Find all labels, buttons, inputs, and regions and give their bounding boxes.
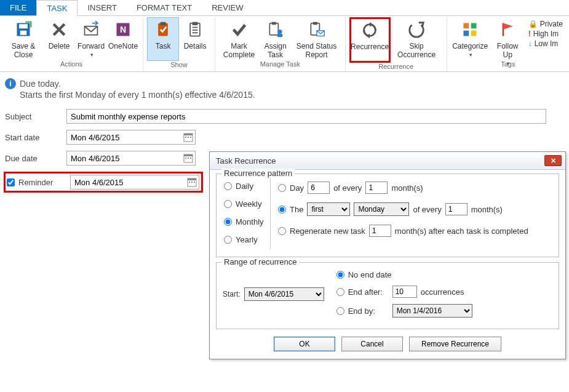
svg-rect-32 bbox=[188, 158, 189, 159]
forward-icon bbox=[80, 18, 102, 41]
ordinal-select[interactable]: first bbox=[307, 202, 350, 204]
tab-task[interactable]: TASK bbox=[36, 0, 78, 16]
check-icon bbox=[228, 18, 250, 41]
skip-label: Skip Occurrence bbox=[394, 42, 439, 59]
private-label: Private bbox=[540, 20, 563, 28]
lock-icon: 🔒 bbox=[528, 20, 538, 28]
save-close-label: Save & Close bbox=[7, 42, 39, 59]
send-status-button[interactable]: Send Status Report bbox=[292, 17, 341, 60]
svg-rect-38 bbox=[194, 182, 195, 183]
flag-icon bbox=[496, 18, 519, 41]
clipboard-check-icon bbox=[152, 18, 174, 41]
start-date-input[interactable] bbox=[66, 130, 196, 145]
start-date-label: Start date bbox=[5, 133, 66, 142]
svg-rect-35 bbox=[188, 178, 196, 180]
group-label-show: Show bbox=[147, 61, 211, 70]
info-icon: i bbox=[5, 78, 16, 89]
high-im-label: High Im bbox=[533, 30, 559, 38]
svg-rect-14 bbox=[272, 22, 276, 25]
save-close-button[interactable]: Save & Close bbox=[4, 17, 43, 60]
svg-text:N: N bbox=[120, 25, 126, 34]
dialog-title: Task Recurrence bbox=[216, 156, 276, 166]
tab-insert[interactable]: INSERT bbox=[78, 0, 126, 15]
dropdown-icon: ▾ bbox=[453, 50, 488, 59]
follow-up-label: Follow Up bbox=[493, 42, 522, 59]
svg-rect-37 bbox=[191, 182, 193, 183]
details-button[interactable]: Details bbox=[179, 17, 211, 60]
categorize-button[interactable]: Categorize▾ bbox=[451, 17, 490, 60]
dialog-close-button[interactable]: ✕ bbox=[544, 155, 562, 166]
high-importance-toggle[interactable]: !High Im bbox=[528, 30, 563, 38]
calendar-icon[interactable] bbox=[183, 132, 193, 142]
recurrence-icon bbox=[359, 19, 381, 41]
group-label-tags: Tags bbox=[451, 60, 565, 69]
day-label: Day bbox=[290, 183, 304, 193]
ribbon-group-actions: Save & Close Delete Forward▾ N OneNote A… bbox=[0, 17, 143, 71]
info-bar: i Due today. Starts the first Monday of … bbox=[0, 72, 569, 104]
skip-icon bbox=[405, 18, 428, 41]
svg-rect-2 bbox=[20, 31, 27, 35]
group-label-recurrence: Recurrence bbox=[349, 63, 443, 71]
mark-complete-button[interactable]: Mark Complete bbox=[219, 17, 259, 60]
svg-rect-9 bbox=[193, 22, 198, 25]
follow-up-button[interactable]: Follow Up▾ bbox=[490, 17, 526, 60]
forward-label: Forward bbox=[78, 42, 105, 50]
dropdown-icon: ▾ bbox=[79, 50, 105, 59]
assign-task-label: Assign Task bbox=[263, 42, 288, 59]
the-month-input[interactable] bbox=[445, 203, 468, 204]
tab-bar: FILE TASK INSERT FORMAT TEXT REVIEW bbox=[0, 0, 569, 16]
onenote-label: OneNote bbox=[108, 42, 138, 50]
task-view-label: Task bbox=[156, 42, 171, 50]
radio-daily[interactable] bbox=[224, 182, 232, 190]
delete-button[interactable]: Delete bbox=[43, 17, 75, 60]
recurrence-button[interactable]: Recurrence bbox=[349, 17, 391, 63]
months-label: month(s) bbox=[391, 183, 423, 193]
due-date-label: Due date bbox=[5, 154, 66, 163]
svg-rect-23 bbox=[471, 31, 477, 36]
ribbon-group-manage: Mark Complete Assign Task Send Status Re… bbox=[215, 17, 346, 71]
radio-weekly[interactable] bbox=[224, 200, 232, 204]
categorize-label: Categorize bbox=[452, 42, 488, 50]
day-month-input[interactable] bbox=[365, 182, 388, 194]
svg-rect-28 bbox=[190, 137, 191, 138]
forward-button[interactable]: Forward▾ bbox=[75, 17, 107, 60]
tab-file[interactable]: FILE bbox=[0, 0, 36, 15]
day-num-input[interactable] bbox=[308, 182, 330, 194]
onenote-icon: N bbox=[112, 18, 134, 41]
private-toggle[interactable]: 🔒Private bbox=[528, 20, 563, 28]
subject-input[interactable] bbox=[66, 109, 546, 124]
due-date-input[interactable] bbox=[66, 151, 196, 166]
clipboard-details-icon bbox=[184, 18, 206, 41]
svg-rect-33 bbox=[190, 158, 191, 159]
calendar-icon[interactable] bbox=[183, 153, 193, 163]
onenote-button[interactable]: N OneNote bbox=[107, 17, 139, 60]
low-im-label: Low Im bbox=[535, 39, 559, 48]
weekly-label: Weekly bbox=[236, 199, 261, 204]
exclamation-icon: ! bbox=[528, 30, 531, 38]
pattern-legend: Recurrence pattern bbox=[221, 169, 295, 178]
svg-rect-22 bbox=[464, 31, 469, 36]
task-recurrence-dialog: Task Recurrence ✕ Recurrence pattern Dai… bbox=[209, 151, 566, 204]
weekday-select[interactable]: Monday bbox=[354, 202, 409, 204]
reminder-checkbox[interactable] bbox=[7, 178, 15, 186]
svg-rect-30 bbox=[184, 154, 193, 156]
skip-occurrence-button[interactable]: Skip Occurrence bbox=[391, 17, 443, 60]
radio-day-n[interactable] bbox=[278, 184, 286, 192]
group-label-actions: Actions bbox=[4, 60, 139, 69]
save-icon bbox=[12, 18, 34, 41]
assign-task-button[interactable]: Assign Task bbox=[259, 17, 292, 60]
clipboard-mail-icon bbox=[306, 18, 328, 41]
svg-rect-16 bbox=[277, 34, 282, 37]
low-importance-toggle[interactable]: ↓Low Im bbox=[528, 39, 563, 48]
svg-rect-27 bbox=[188, 137, 189, 138]
of-every-label: of every bbox=[333, 183, 362, 193]
task-view-button[interactable]: Task bbox=[147, 17, 179, 61]
tab-format-text[interactable]: FORMAT TEXT bbox=[127, 0, 202, 15]
mark-complete-label: Mark Complete bbox=[223, 42, 255, 59]
reminder-date-input[interactable] bbox=[70, 175, 199, 190]
tab-review[interactable]: REVIEW bbox=[202, 0, 253, 15]
svg-rect-31 bbox=[185, 158, 186, 159]
categorize-icon bbox=[459, 18, 481, 41]
calendar-icon[interactable] bbox=[187, 177, 197, 187]
info-line-2: Starts the first Monday of every 1 month… bbox=[20, 89, 255, 100]
